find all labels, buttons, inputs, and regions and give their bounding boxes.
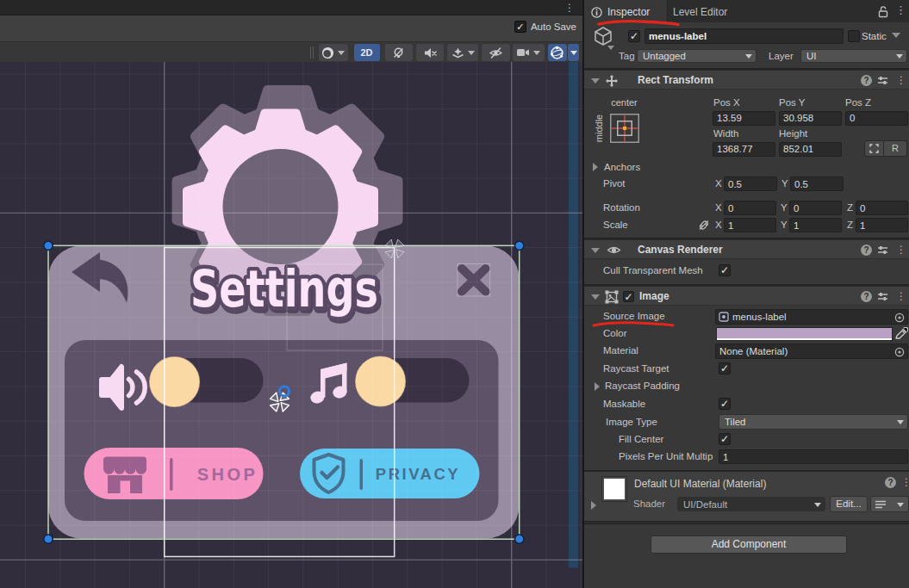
material-menu-icon[interactable]: ⋮ <box>901 477 909 488</box>
rotation-z-field[interactable]: 0 <box>856 201 908 215</box>
foldout-icon[interactable] <box>591 294 600 300</box>
cull-transparent-mesh-checkbox[interactable]: ✓ <box>719 264 731 276</box>
gameobject-active-checkbox[interactable]: ✓ <box>628 30 640 42</box>
source-image-field[interactable]: menus-label <box>715 309 908 325</box>
draw-mode-button[interactable] <box>319 44 348 61</box>
rect-transform-header[interactable]: Rect Transform ? ⋮ <box>584 70 909 90</box>
scene-menu-icon[interactable]: ⋮ <box>564 2 575 14</box>
shader-edit-button[interactable]: Edit... <box>830 496 868 512</box>
material-label: Material <box>603 345 638 356</box>
scene-viewport[interactable]: Settings Settings <box>0 0 582 588</box>
sprite-icon <box>719 312 729 322</box>
pivot-y-field[interactable]: 0.5 <box>790 176 844 191</box>
color-swatch[interactable] <box>716 327 893 338</box>
rotation-y-field[interactable]: 0 <box>789 201 842 215</box>
width-field[interactable]: 1368.77 <box>713 142 775 157</box>
material-list-button[interactable] <box>870 496 909 512</box>
material-foldout-icon[interactable] <box>591 501 596 510</box>
presets-icon[interactable] <box>877 75 888 86</box>
image-header[interactable]: ✓ Image ? ⋮ <box>584 286 909 306</box>
scale-x-field[interactable]: 1 <box>724 218 776 232</box>
pos-z-field[interactable]: 0 <box>845 111 908 126</box>
tab-level-editor[interactable]: Level Editor <box>673 6 727 18</box>
help-icon[interactable]: ? <box>861 291 872 302</box>
raw-edit-mode-button[interactable]: R <box>884 140 907 157</box>
2d-mode-button[interactable]: 2D <box>354 44 380 61</box>
anchor-preset-widget[interactable] <box>610 114 639 143</box>
inspector-menu-icon[interactable]: ⋮ <box>895 4 906 15</box>
fill-center-label: Fill Center <box>619 434 663 444</box>
maskable-label: Maskable <box>603 399 645 409</box>
maskable-checkbox[interactable]: ✓ <box>719 398 731 410</box>
component-menu-icon[interactable]: ⋮ <box>896 75 906 86</box>
static-checkbox[interactable] <box>848 30 860 42</box>
2d-mode-label: 2D <box>360 47 372 58</box>
help-icon[interactable]: ? <box>861 244 872 256</box>
effects-button[interactable] <box>447 44 478 61</box>
pivot-x-field[interactable]: 0.5 <box>724 176 777 191</box>
fill-center-checkbox[interactable]: ✓ <box>719 433 731 445</box>
component-menu-icon[interactable]: ⋮ <box>896 291 906 302</box>
chevron-down-icon <box>897 420 904 424</box>
raycast-target-checkbox[interactable]: ✓ <box>719 362 731 374</box>
anchors-foldout-icon[interactable] <box>593 163 598 171</box>
component-menu-icon[interactable]: ⋮ <box>896 244 906 256</box>
foldout-icon[interactable] <box>591 78 600 84</box>
material-preview[interactable] <box>601 476 627 502</box>
chevron-down-icon <box>897 503 904 507</box>
gameobject-icon-dropdown[interactable] <box>607 46 614 50</box>
scene-lighting-button[interactable] <box>385 44 413 61</box>
height-field[interactable]: 852.01 <box>779 142 842 157</box>
material-section: Default UI Material (Material) ? ⋮ Shade… <box>584 472 909 521</box>
pixels-per-unit-label: Pixels Per Unit Multip <box>619 451 715 461</box>
object-picker-icon[interactable] <box>894 313 905 323</box>
help-icon[interactable]: ? <box>885 477 896 488</box>
gizmos-dropdown-button[interactable] <box>568 44 579 61</box>
image-type-dropdown[interactable]: Tiled <box>719 414 908 430</box>
auto-save-label: Auto Save <box>531 22 576 32</box>
presets-icon[interactable] <box>877 291 888 302</box>
music-slider-knob[interactable] <box>355 356 406 407</box>
camera-settings-button[interactable] <box>513 44 545 61</box>
auto-save-checkbox[interactable]: ✓ <box>514 21 526 33</box>
object-picker-icon[interactable] <box>894 347 905 357</box>
pos-x-label: Pos X <box>713 97 740 108</box>
presets-icon[interactable] <box>877 244 888 256</box>
pixels-per-unit-field[interactable]: 1 <box>719 449 908 464</box>
lock-icon[interactable] <box>877 5 889 18</box>
scale-y-field[interactable]: 1 <box>789 218 842 232</box>
sound-slider-knob[interactable] <box>149 356 200 407</box>
foldout-icon[interactable] <box>591 248 600 253</box>
scale-z-field[interactable]: 1 <box>856 218 908 232</box>
auto-save-toggle[interactable]: ✓ Auto Save <box>514 21 576 33</box>
gizmos-sphere-icon <box>550 46 564 60</box>
eyedropper-icon[interactable] <box>894 327 908 340</box>
blueprint-mode-button[interactable] <box>864 140 884 157</box>
tag-dropdown[interactable]: Untagged <box>637 49 756 63</box>
toolbar-drag-handle[interactable] <box>310 46 314 59</box>
chevron-down-icon <box>570 51 577 55</box>
scale-link-icon[interactable] <box>698 220 710 231</box>
hidden-objects-button[interactable] <box>482 44 510 61</box>
pos-x-field[interactable]: 13.59 <box>713 111 775 126</box>
lighting-icon <box>392 46 405 59</box>
static-dropdown[interactable] <box>892 33 900 38</box>
scene-audio-button[interactable] <box>416 44 444 61</box>
gameobject-name-field[interactable]: menus-label <box>644 28 844 44</box>
image-title: Image <box>639 290 669 302</box>
raycast-padding-foldout-icon[interactable] <box>595 382 600 391</box>
layer-dropdown[interactable]: UI <box>800 49 907 63</box>
add-component-button[interactable]: Add Component <box>651 535 847 554</box>
gizmos-button[interactable] <box>548 44 567 61</box>
help-icon[interactable]: ? <box>861 75 872 86</box>
material-field[interactable]: None (Material) <box>715 344 908 359</box>
scene-view: Settings Settings <box>0 0 582 588</box>
rotation-x-field[interactable]: 0 <box>724 201 776 215</box>
chevron-down-icon <box>468 51 475 55</box>
image-enabled-checkbox[interactable]: ✓ <box>623 291 634 302</box>
shader-dropdown[interactable]: UI/Default <box>677 497 825 511</box>
tab-inspector-label[interactable]: Inspector <box>607 6 650 18</box>
pos-y-field[interactable]: 30.958 <box>779 111 842 126</box>
list-icon <box>875 500 886 509</box>
canvas-renderer-header[interactable]: Canvas Renderer ? ⋮ <box>584 239 909 259</box>
